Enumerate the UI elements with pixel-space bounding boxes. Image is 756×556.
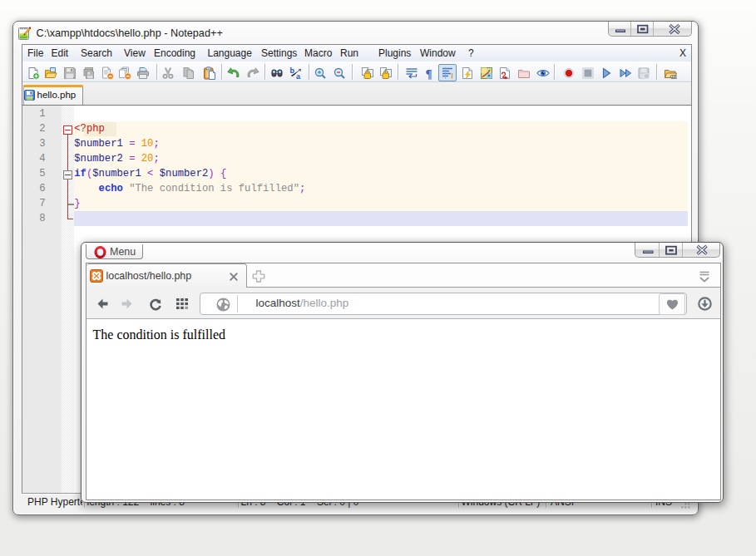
svg-text:¶: ¶ [426,67,432,80]
svg-text:a: a [296,71,301,80]
svg-text:b: b [289,66,294,75]
